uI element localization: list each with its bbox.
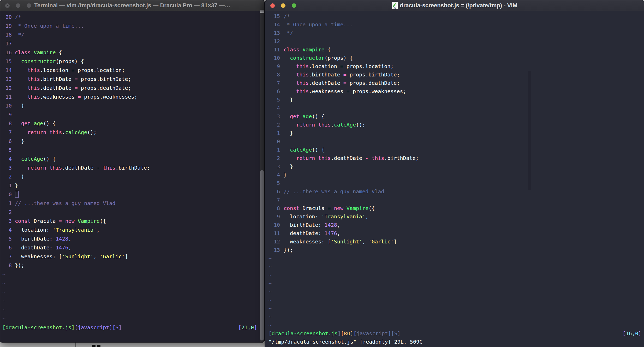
document-proxy-icon[interactable]: JS: [392, 2, 398, 9]
scrollbar-thumb[interactable]: [260, 170, 264, 340]
code-line: 0: [269, 137, 644, 146]
code-segment: Vampire: [34, 49, 56, 56]
code-segment: 'Sunlight': [331, 238, 362, 245]
vim-command-line: "/tmp/dracula-screenshot.js" [readonly] …: [269, 338, 644, 346]
tilde-line: ~: [2, 305, 260, 314]
code-segment: Dracula: [299, 205, 327, 211]
terminal-vim-buffer[interactable]: 20/*19 * Once upon a time...18 */1716cla…: [0, 11, 260, 342]
code-segment: */: [15, 32, 24, 38]
code-segment: [RO]: [341, 330, 353, 337]
code-segment: birthDate:: [15, 236, 56, 242]
macvim-buffer[interactable]: 15/*14 * Once upon a time...13 */1211cla…: [265, 11, 644, 347]
code-line: 8 this.birthDate = props.birthDate;: [269, 70, 644, 79]
line-number: 8: [2, 119, 12, 128]
code-segment: {: [56, 49, 62, 56]
code-segment: =: [71, 67, 75, 73]
terminal-titlebar[interactable]: Terminal — vim /tmp/dracula-screenshot.j…: [0, 0, 264, 11]
minimize-button[interactable]: [16, 3, 20, 8]
line-number: 3: [2, 163, 12, 172]
minimize-button[interactable]: [281, 3, 285, 8]
code-line: 7 this.deathDate = props.deathDate;: [269, 79, 644, 87]
code-segment: ({: [368, 205, 375, 211]
vim-cursor: [15, 191, 19, 198]
code-segment: this: [284, 71, 309, 78]
code-segment: 'Transylvania': [53, 227, 97, 233]
code-line: 10 constructor(props) {: [269, 54, 644, 62]
line-number: 17: [2, 39, 12, 48]
code-segment: =: [343, 71, 347, 78]
tilde: ~: [2, 298, 5, 304]
code-line: 7 return this.calcAge();: [2, 128, 260, 137]
code-line: 11 this.weaknesses = props.weaknesses;: [2, 92, 260, 101]
code-segment: {: [325, 46, 331, 53]
code-segment: 16,0: [626, 330, 638, 337]
macvim-titlebar[interactable]: JS dracula-screenshot.js = (/private/tmp…: [265, 0, 644, 11]
code-segment: this: [284, 88, 309, 94]
line-number: 10: [269, 221, 280, 229]
code-segment: props.deathDate;: [78, 85, 131, 91]
line-number: 13: [2, 75, 12, 83]
code-segment: }: [284, 97, 293, 103]
code-line: 4}: [269, 171, 644, 179]
code-segment: * Once upon a time...: [15, 23, 84, 29]
scrollbar-grip-icon[interactable]: [260, 10, 264, 13]
code-line: 5: [269, 179, 644, 187]
desktop-background: Terminal — vim /tmp/dracula-screenshot.j…: [0, 0, 644, 347]
code-segment: [75, 218, 78, 224]
zoom-button[interactable]: [27, 3, 31, 8]
code-segment: const: [284, 205, 299, 211]
line-number: 5: [269, 95, 280, 104]
code-segment: }: [284, 163, 293, 170]
tilde-line: ~: [269, 279, 644, 288]
code-segment: constructor: [284, 55, 325, 61]
tilde: ~: [269, 322, 272, 328]
tilde: ~: [269, 305, 272, 312]
code-segment: .location: [40, 67, 71, 73]
code-segment: ]: [638, 330, 641, 337]
code-segment: ();: [356, 122, 365, 128]
tilde-line: ~: [2, 288, 260, 296]
code-line: 10 }: [2, 101, 260, 110]
code-line: 3 get age() {: [269, 112, 644, 121]
code-segment: age: [34, 120, 43, 127]
line-number: 7: [269, 196, 280, 204]
tilde: ~: [269, 255, 272, 261]
code-segment: return this: [284, 155, 331, 161]
code-line: 1 }: [269, 129, 644, 137]
scrollbar-track[interactable]: [260, 11, 264, 342]
code-segment: ]: [393, 238, 397, 245]
tilde-line: ~: [269, 321, 644, 329]
code-segment: class: [15, 49, 31, 56]
code-segment: .deathDate: [40, 85, 74, 91]
tilde-line: ~: [2, 314, 260, 323]
code-segment: 1428: [325, 222, 337, 228]
line-number: 13: [269, 29, 280, 37]
code-line: 5 birthDate: 1428,: [2, 234, 260, 243]
code-line: 9 location: 'Transylvania',: [269, 212, 644, 221]
code-segment: return this: [15, 165, 62, 171]
code-segment: // ...there was a guy named Vlad: [15, 200, 115, 206]
code-segment: weaknesses: [: [284, 238, 331, 245]
code-line: 13 this.birthDate = props.birthDate;: [2, 75, 260, 83]
code-segment: Vampire: [347, 205, 368, 211]
code-segment: (props) {: [56, 58, 84, 64]
code-segment: Vampire: [302, 46, 324, 53]
close-button[interactable]: [270, 3, 275, 8]
zoom-button[interactable]: [292, 3, 296, 8]
code-segment: this: [284, 80, 309, 86]
code-segment: props.birthDate;: [78, 76, 131, 82]
code-segment: props.location;: [75, 67, 125, 73]
vim-command-line: [2, 332, 260, 341]
code-segment: location:: [284, 213, 321, 220]
macvim-window-title: dracula-screenshot.js = (/private/tmp) -…: [400, 2, 517, 9]
code-segment: =: [340, 63, 343, 69]
tilde-line: ~: [269, 313, 644, 321]
code-segment: .: [331, 122, 334, 128]
line-number: 15: [269, 12, 280, 20]
line-number: 6: [269, 87, 280, 95]
close-button[interactable]: [5, 3, 10, 8]
line-number: 18: [2, 30, 12, 39]
code-line: 6 deathDate: 1476,: [2, 243, 260, 252]
tilde-line: ~: [269, 262, 644, 271]
code-line: 9: [2, 110, 260, 119]
